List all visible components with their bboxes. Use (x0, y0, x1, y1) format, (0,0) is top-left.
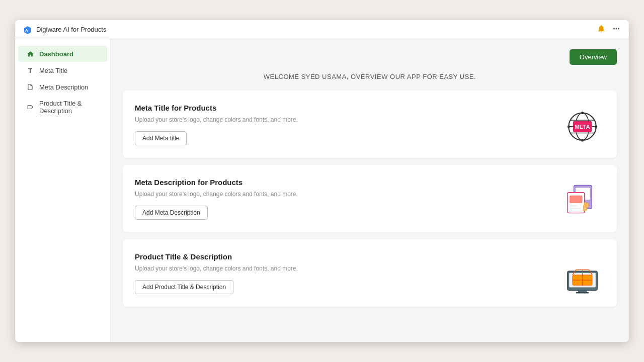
welcome-message: WELCOME SYED USAMA, OVERVIEW OUR APP FOR… (123, 73, 617, 80)
notification-icon[interactable] (597, 24, 606, 35)
svg-rect-22 (586, 203, 588, 208)
sidebar-label-meta-title: Meta Title (39, 67, 67, 74)
product-title-icon (26, 103, 34, 111)
meta-description-card-desc: Upload your store's logo, change colors … (135, 191, 549, 198)
svg-rect-21 (584, 202, 585, 207)
sidebar-label-dashboard: Dashboard (39, 50, 73, 58)
main-content: Overview WELCOME SYED USAMA, OVERVIEW OU… (111, 39, 629, 342)
svg-rect-20 (570, 208, 581, 209)
svg-point-7 (581, 112, 583, 114)
titlebar-actions (597, 24, 621, 35)
sidebar-label-meta-description: Meta Description (39, 83, 89, 91)
app-window: A Digiware AI for Products Dashboard T M… (15, 20, 629, 342)
sidebar-label-product-title-desc: Product Title & Description (39, 100, 99, 115)
meta-description-card-title: Meta Description for Products (135, 178, 549, 187)
product-title-desc-card-desc: Upload your store's logo, change colors … (135, 265, 549, 272)
svg-rect-18 (570, 195, 583, 203)
product-title-desc-illustration (559, 250, 605, 296)
meta-description-illustration (559, 176, 605, 221)
add-product-title-desc-button[interactable]: Add Product Title & Description (135, 280, 233, 294)
add-meta-description-button[interactable]: Add Meta Description (135, 206, 208, 220)
svg-rect-19 (570, 205, 577, 207)
meta-description-card-content: Meta Description for Products Upload you… (135, 178, 549, 220)
overview-button[interactable]: Overview (570, 49, 617, 65)
app-body: Dashboard T Meta Title Meta Description … (15, 39, 629, 342)
svg-rect-26 (576, 292, 589, 293)
sidebar-item-dashboard[interactable]: Dashboard (18, 46, 107, 62)
more-options-icon[interactable] (612, 24, 621, 35)
app-title: Digiware AI for Products (36, 26, 597, 33)
titlebar: A Digiware AI for Products (15, 20, 629, 39)
meta-title-card-content: Meta Title for Products Upload your stor… (135, 104, 549, 145)
meta-title-icon: T (26, 66, 34, 74)
add-meta-title-button[interactable]: Add Meta title (135, 131, 187, 145)
meta-title-card: Meta Title for Products Upload your stor… (123, 90, 617, 158)
meta-title-card-desc: Upload your store's logo, change colors … (135, 116, 549, 123)
meta-description-card: Meta Description for Products Upload you… (123, 165, 617, 232)
product-title-desc-card-title: Product Title & Description (135, 252, 549, 261)
product-title-desc-card: Product Title & Description Upload your … (123, 239, 617, 307)
sidebar: Dashboard T Meta Title Meta Description … (15, 39, 111, 342)
product-title-desc-card-content: Product Title & Description Upload your … (135, 252, 549, 294)
meta-desc-icon (26, 83, 34, 91)
header-row: Overview (123, 49, 617, 65)
svg-point-8 (567, 125, 570, 128)
meta-title-card-title: Meta Title for Products (135, 104, 549, 112)
meta-title-illustration: META (559, 102, 605, 147)
sidebar-item-meta-title[interactable]: T Meta Title (18, 62, 107, 78)
svg-point-10 (581, 139, 583, 141)
dashboard-icon (26, 50, 34, 58)
sidebar-item-meta-description[interactable]: Meta Description (18, 79, 107, 95)
svg-point-9 (595, 125, 597, 128)
sidebar-item-product-title-desc[interactable]: Product Title & Description (18, 96, 107, 119)
svg-text:META: META (575, 124, 590, 130)
app-logo: A (23, 25, 32, 34)
svg-text:A: A (25, 28, 28, 33)
